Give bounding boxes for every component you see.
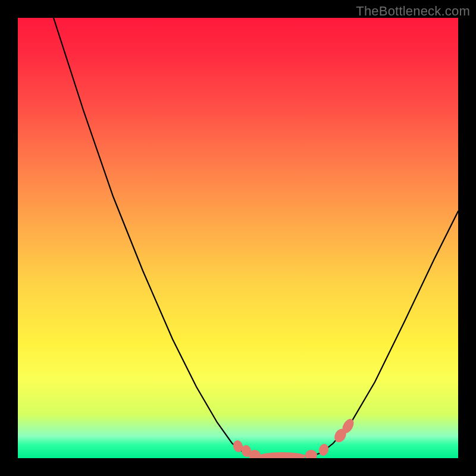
curve-marker (305, 450, 317, 458)
watermark-text: TheBottleneck.com (356, 4, 470, 19)
chart-plot-area (18, 18, 458, 458)
curve-marker (318, 443, 330, 456)
curve-markers (232, 417, 356, 458)
bottleneck-curve (18, 18, 458, 458)
curve-line (54, 18, 458, 456)
curve-marker (258, 452, 306, 458)
